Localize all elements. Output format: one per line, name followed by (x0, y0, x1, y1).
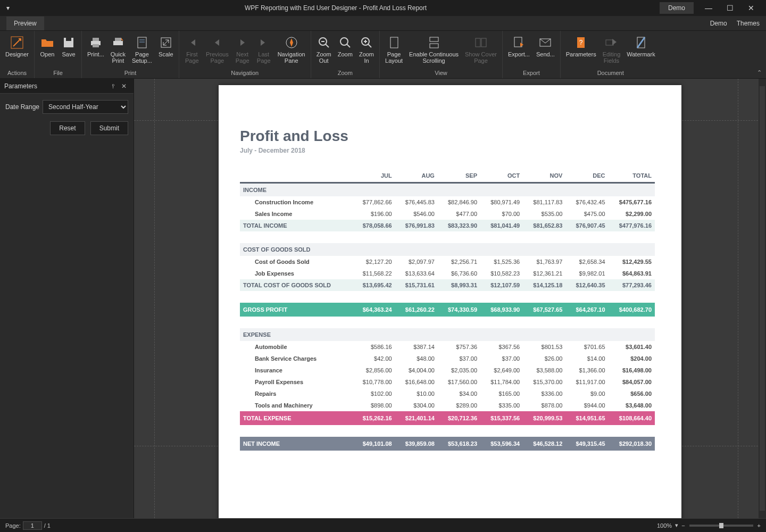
group-label-zoom: Zoom (313, 69, 377, 78)
navigation-pane-button[interactable]: NavigationPane (274, 33, 309, 66)
window-title: WPF Reporting with End User Designer - P… (12, 4, 660, 12)
close-button[interactable]: ✕ (740, 0, 762, 16)
reset-button[interactable]: Reset (50, 121, 85, 135)
table-row: INCOME (240, 183, 655, 197)
print-icon (88, 35, 103, 50)
column-header: OCT (480, 169, 523, 183)
svg-rect-7 (115, 38, 121, 41)
table-row (240, 231, 655, 243)
page-setup-button[interactable]: PageSetup... (129, 33, 155, 66)
designer-icon (10, 35, 24, 50)
zoom-plus-icon[interactable]: + (757, 522, 761, 529)
titlebar: ▾ WPF Reporting with End User Designer -… (0, 0, 766, 16)
svg-line-17 (347, 44, 350, 47)
svg-rect-6 (113, 41, 123, 45)
link-demo[interactable]: Demo (710, 20, 727, 27)
zoom-percent: 100% (657, 522, 672, 529)
group-label-export: Export (505, 69, 558, 78)
ribbon-group-document: ?Parameters EditingFields Watermark Docu… (561, 31, 661, 78)
svg-rect-8 (138, 37, 146, 48)
report-viewport[interactable]: Profit and Loss July - December 2018 JUL… (134, 79, 766, 518)
vertical-scrollbar[interactable] (759, 79, 766, 518)
zoom-dropdown-icon[interactable]: ▾ (675, 522, 678, 529)
parameters-icon: ? (573, 35, 588, 50)
previous-page-button: PreviousPage (203, 33, 232, 66)
column-header: DEC (565, 169, 608, 183)
link-themes[interactable]: Themes (737, 20, 760, 27)
table-row: Sales Income$196.00$546.00$477.00$70.00$… (240, 208, 655, 220)
page-layout-button[interactable]: PageLayout (382, 33, 406, 66)
table-row: Insurance$2,856.00$4,004.00$2,035.00$2,6… (240, 364, 655, 376)
submit-button[interactable]: Submit (90, 121, 128, 135)
svg-rect-31 (606, 40, 613, 45)
zoom-icon (338, 35, 353, 50)
top-menu: Preview Demo Themes (0, 16, 766, 31)
ribbon-group-navigation: FirstPage PreviousPage NextPage LastPage… (179, 31, 311, 78)
show-cover-page-button: Show CoverPage (462, 33, 500, 66)
export-button[interactable]: Export... (505, 33, 533, 60)
svg-line-33 (637, 37, 645, 48)
print-button[interactable]: Print... (84, 33, 107, 60)
report-subtitle: July - December 2018 (240, 147, 655, 154)
table-row: TOTAL INCOME$78,058.66$76,991.83$83,323.… (240, 220, 655, 231)
next-page-button: NextPage (232, 33, 253, 66)
group-label-print: Print (84, 69, 177, 78)
ribbon-collapse-icon[interactable]: ⌃ (757, 69, 762, 76)
tab-preview[interactable]: Preview (6, 16, 44, 30)
editing-fields-icon (604, 35, 619, 50)
quick-print-button[interactable]: QuickPrint (107, 33, 129, 66)
parameters-button[interactable]: ?Parameters (563, 33, 600, 60)
table-row (240, 317, 655, 328)
zoom-button[interactable]: Zoom (335, 33, 356, 60)
zoom-minus-icon[interactable]: − (681, 522, 685, 529)
zoom-out-button[interactable]: ZoomOut (313, 33, 335, 66)
first-page-icon (185, 35, 199, 50)
panel-close-icon[interactable]: ✕ (119, 82, 129, 90)
watermark-button[interactable]: Watermark (623, 33, 658, 60)
page-label: Page: (5, 522, 21, 529)
page-total: / 1 (44, 522, 51, 529)
last-page-button: LastPage (253, 33, 274, 66)
save-button[interactable]: Save (58, 33, 79, 60)
zoom-out-icon (317, 35, 331, 50)
demo-badge: Demo (660, 2, 694, 14)
date-range-select[interactable]: Second Half-Year (43, 100, 128, 114)
minimize-button[interactable]: — (698, 0, 719, 16)
designer-button[interactable]: Designer (2, 33, 32, 60)
panel-pin-icon[interactable]: ⫯ (108, 82, 119, 90)
continuous-scrolling-button[interactable]: Enable ContinuousScrolling (406, 33, 462, 66)
app-menu-icon[interactable]: ▾ (4, 0, 12, 16)
first-page-button: FirstPage (181, 33, 203, 66)
open-button[interactable]: Open (37, 33, 58, 60)
send-button[interactable]: Send... (533, 33, 558, 60)
report-table: JULAUGSEPOCTNOVDECTOTAL INCOMEConstructi… (240, 169, 655, 451)
compass-icon (284, 35, 299, 50)
page-setup-icon (135, 35, 149, 50)
save-icon (61, 35, 76, 50)
status-bar: Page: / 1 100% ▾ − + (0, 518, 766, 532)
group-label-actions: Actions (2, 69, 32, 78)
column-header: JUL (353, 169, 395, 183)
maximize-button[interactable]: ☐ (719, 0, 740, 16)
svg-text:?: ? (579, 39, 583, 46)
zoom-slider[interactable] (689, 525, 753, 527)
scale-button[interactable]: Scale (155, 33, 177, 60)
svg-line-19 (368, 44, 371, 47)
page-number-input[interactable] (23, 521, 42, 530)
column-header: NOV (523, 169, 565, 183)
send-icon (538, 35, 553, 50)
column-header: TOTAL (609, 169, 655, 183)
svg-rect-2 (66, 38, 71, 41)
column-header: AUG (395, 169, 438, 183)
main-area: Parameters ⫯ ✕ Date Range Second Half-Ye… (0, 79, 766, 518)
table-row: Payroll Expenses$10,778.00$16,648.00$17,… (240, 376, 655, 388)
report-page: Profit and Loss July - December 2018 JUL… (219, 85, 681, 518)
table-row: TOTAL COST OF GOODS SOLD$13,695.42$15,73… (240, 279, 655, 291)
table-row: Repairs$102.00$10.00$34.00$165.00$336.00… (240, 388, 655, 400)
ribbon-group-zoom: ZoomOut Zoom ZoomIn Zoom (311, 31, 380, 78)
report-title: Profit and Loss (240, 128, 655, 145)
zoom-in-button[interactable]: ZoomIn (356, 33, 377, 66)
group-label-navigation: Navigation (181, 69, 309, 78)
date-range-label: Date Range (5, 103, 39, 111)
svg-rect-5 (93, 44, 99, 47)
